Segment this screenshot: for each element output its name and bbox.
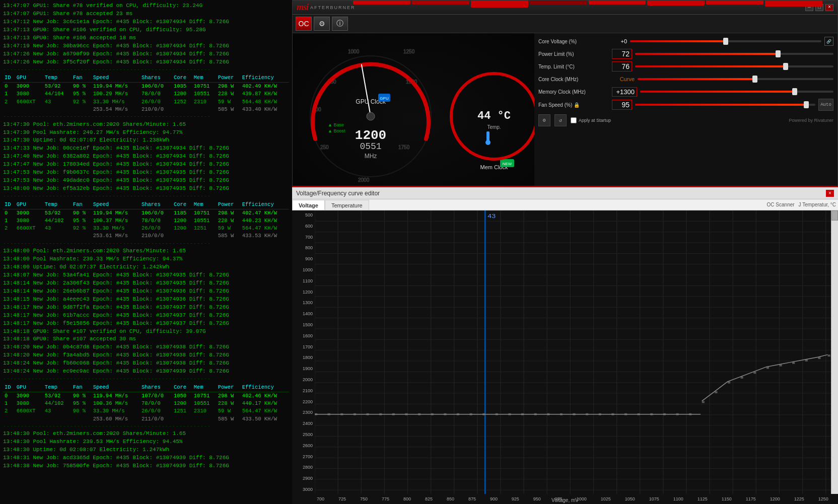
link-icon[interactable]: 🔗 [824,37,833,46]
y-label: 1200 [294,290,313,295]
th-power: Power [217,383,241,392]
y-label: 1000 [294,267,313,272]
vf-scrollbar[interactable] [831,210,838,494]
vf-close-button[interactable]: × [826,190,834,197]
th-mem: Mem [192,200,217,209]
memory-clock-slider[interactable] [640,91,833,93]
svg-rect-107 [702,401,705,403]
th-id: ID [3,74,15,83]
svg-text:▲ Boost: ▲ Boost [328,128,345,133]
console-line: 13:48:17 New Job: 61b7accc Epoch: #435 B… [3,312,289,320]
table-row: 1308044/10295 %100.37 MH/s78/0/012001055… [3,217,289,225]
console-line: 13:48:20 New Job: 0b4c87d8 Epoch: #435 B… [3,343,289,351]
x-label: 1025 [601,496,611,501]
fan-auto-label: Auto [818,99,833,111]
y-label: 1800 [294,355,313,360]
th-core: Core [172,383,192,392]
oc-button[interactable]: OC [296,17,312,31]
y-label: 2700 [294,454,313,459]
th-mem: Mem [192,383,217,392]
console-line: 13:48:14 New Job: 2a306f43 Epoch: #435 B… [3,279,289,287]
svg-line-9 [362,64,371,116]
console-line: 13:47:30 Uptime: 0d 02:07:07 Electricity… [3,136,289,145]
vf-tabs: Voltage Temperature OC Scanner J Tempera… [292,199,838,210]
y-label: 2000 [294,377,313,382]
th-temp: Temp [43,200,72,209]
temp-label: 43 [487,213,496,219]
y-label: 1300 [294,300,313,305]
x-label: 1100 [673,496,683,501]
core-voltage-slider[interactable] [630,40,821,42]
th-shares: Shares [140,74,172,83]
console-line: 13:48:18 GPU0: Share #107 verified on CP… [3,328,289,336]
svg-text:Temp.: Temp. [487,124,501,130]
oc-label: OC [299,20,309,28]
console-line: 13:48:30 Pool Hashrate: 239.53 MH/s Effi… [3,438,289,446]
svg-text:1000: 1000 [348,49,360,54]
memory-clock-row: Memory Clock (MHz) +1300 [538,86,833,97]
svg-text:0551: 0551 [360,141,381,152]
x-label: 950 [533,496,541,501]
table-row: 0309053/9290 %119.94 MH/s106/0/011851075… [3,209,289,217]
x-label: 1175 [746,496,756,501]
j-temp-label: J Temperatur, °C [799,202,838,207]
settings-button[interactable]: ⚙ [314,17,330,31]
apply-startup-checkbox[interactable] [571,117,577,123]
console-line: 13:47:53 New Job: 49dadec0 Epoch: #435 B… [3,177,289,185]
right-panel: msi AFTERBURNER — □ × OC ⚙ ⓘ [292,0,838,504]
y-label: 1400 [294,311,313,316]
core-clock-value: Curve [612,76,635,82]
console-line: 13:47:40 New Job: 6382a802 Epoch: #435 B… [3,153,289,161]
fan-speed-slider[interactable] [635,104,815,106]
core-clock-slider[interactable] [638,78,833,80]
power-limit-slider[interactable] [635,53,833,55]
console-line: 13:48:15 New Job: a4eeec43 Epoch: #435 B… [3,296,289,304]
y-label: 2200 [294,399,313,404]
settings-gear-icon[interactable]: ⚙ [538,114,550,126]
red-bar [471,1,528,8]
console-line: 13:47:19 New Job: 30ba96cc Epoch: #435 B… [3,42,289,50]
console-output: 13:47:07 GPU1: Share #78 verified on CPU… [3,2,289,470]
th-efficiency: Efficiency [241,383,289,392]
x-axis-title: Voltage, mV [551,497,579,503]
th-core: Core [172,74,192,83]
tab-temperature[interactable]: Temperature [325,200,369,210]
controls-panel: Core Voltage (%) +0 🔗 Power Limit (%) 72 [534,33,837,186]
power-limit-row: Power Limit (%) 72 [538,48,833,59]
x-label: 775 [382,496,389,501]
x-label: 1200 [770,496,780,501]
console-line: 13:48:24 New Job: fb60c068 Epoch: #435 B… [3,359,289,368]
svg-text:1200: 1200 [355,128,386,143]
core-voltage-row: Core Voltage (%) +0 🔗 [538,36,833,47]
console-line: 13:47:33 New Job: 00cce1ef Epoch: #435 B… [3,145,289,153]
temp-limit-slider[interactable] [635,65,833,67]
th-temp: Temp [43,383,72,392]
table-row-total: 253.54 MH/s210/0/0585 W433.40 KH/W [3,106,289,113]
gpu-table-3: ID GPU Temp Fan Speed Shares Core Mem Po… [3,383,289,423]
close-button[interactable]: × [825,4,833,11]
separator: ----------------------------------------… [3,240,289,248]
x-label: 900 [490,496,498,501]
th-id: ID [3,383,15,392]
vf-scrollbar-thumb[interactable] [831,210,838,221]
x-label: 1225 [794,496,804,501]
x-label: 925 [512,496,519,501]
table-row: 26600XT4392 %33.30 MH/s26/0/01200125159 … [3,225,289,232]
info-button[interactable]: ⓘ [332,17,348,31]
svg-text:250: 250 [320,145,329,150]
console-line: 13:48:14 New Job: 26eb6b87 Epoch: #435 B… [3,287,289,296]
reset-icon[interactable]: ↺ [554,114,567,126]
svg-rect-111 [753,372,756,374]
tab-voltage[interactable]: Voltage [292,200,325,210]
console-line: 13:48:17 New Job: f5e15856 Epoch: #435 B… [3,320,289,328]
y-label: 600 [294,224,313,229]
svg-text:▲ Base: ▲ Base [328,122,344,127]
temp-limit-row: Temp. Limit (°C) 76 [538,61,833,72]
svg-text:1250: 1250 [403,49,415,54]
y-axis: 3000 2900 2800 2700 2600 2500 2400 2300 … [292,210,315,494]
svg-text:GPU: GPU [380,96,389,101]
svg-rect-117 [828,354,830,356]
table-row: 26600XT4392 %33.30 MH/s26/0/01252231059 … [3,98,289,106]
console-line: 13:48:17 New Job: 9d87f2fa Epoch: #435 B… [3,304,289,312]
y-label: 700 [294,235,313,240]
